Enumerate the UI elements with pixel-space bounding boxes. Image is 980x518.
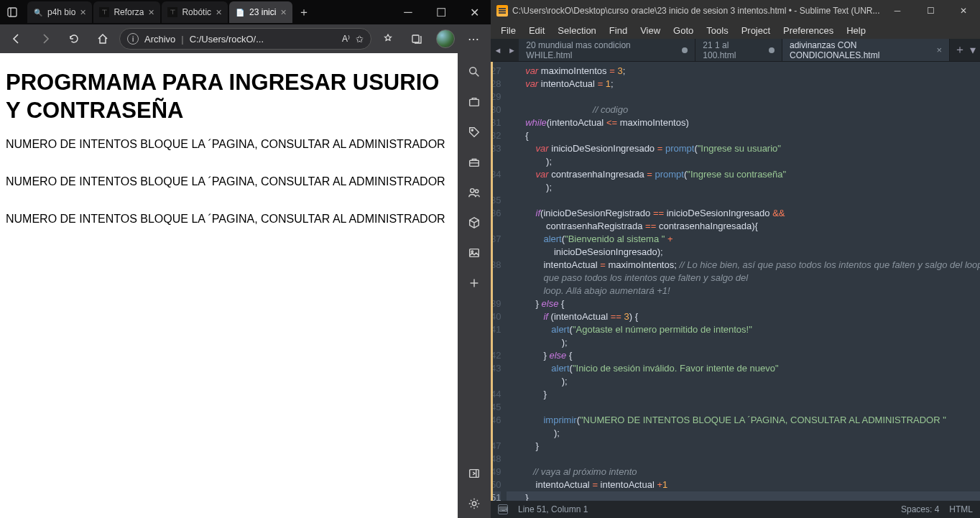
collections-button[interactable] xyxy=(405,27,429,50)
close-icon[interactable]: ✕ xyxy=(80,8,86,17)
sidebar-games-button[interactable] xyxy=(460,208,489,237)
tab-title: p4h bio xyxy=(47,7,75,17)
sublime-app-icon xyxy=(496,5,508,17)
menu-selection[interactable]: Selection xyxy=(552,24,601,37)
close-button[interactable]: ✕ xyxy=(947,0,980,22)
sidebar-add-button[interactable] xyxy=(460,269,489,297)
sublime-tabstrip: ◄ ► 20 mundiual mas condicion WHILE.html… xyxy=(491,39,980,62)
svg-point-6 xyxy=(471,129,473,131)
forward-button[interactable] xyxy=(33,27,57,50)
menu-find[interactable]: Find xyxy=(604,24,633,37)
arrow-left-icon xyxy=(11,33,22,45)
svg-rect-10 xyxy=(470,249,479,257)
menu-tools[interactable]: Tools xyxy=(701,24,734,37)
svg-line-4 xyxy=(476,73,479,77)
tab-title: adivinanzas CON CONDICIONALES.html xyxy=(790,40,930,60)
menu-file[interactable]: File xyxy=(495,24,522,37)
tabs-end-controls: ＋ ▾ xyxy=(950,39,980,61)
browser-tab-2[interactable]: 丅 Robótic ✕ xyxy=(162,1,228,23)
sidebar-people-button[interactable] xyxy=(460,178,489,207)
dirty-indicator-icon xyxy=(769,47,775,53)
menu-project[interactable]: Project xyxy=(736,24,776,37)
browser-tab-1[interactable]: 丅 Reforza ✕ xyxy=(93,1,160,23)
profile-button[interactable] xyxy=(433,27,458,50)
code-area[interactable]: var maximoIntentos = 3; var intentoActua… xyxy=(507,62,980,501)
editor-tab-2[interactable]: adivinanzas CON CONDICIONALES.html × xyxy=(782,39,950,61)
sidebar-settings-button[interactable] xyxy=(460,489,489,518)
menu-help[interactable]: Help xyxy=(841,24,872,37)
maximize-button[interactable]: ☐ xyxy=(914,0,947,22)
minimize-button[interactable]: ─ xyxy=(881,0,914,22)
line-number-gutter[interactable]: 2728293031323334353637383940414243444546… xyxy=(491,62,507,501)
site-info-icon[interactable]: i xyxy=(127,33,139,45)
briefcase-icon xyxy=(468,96,481,108)
minimize-button[interactable]: ─ xyxy=(392,0,425,24)
svg-rect-2 xyxy=(412,35,419,42)
close-icon[interactable]: ✕ xyxy=(148,8,154,17)
maximize-button[interactable]: ☐ xyxy=(425,0,458,24)
tabs-scroll-right[interactable]: ► xyxy=(505,39,519,61)
edge-body: PROGRMAMA PARA INGRESAR USURIO Y CONTRAS… xyxy=(0,53,491,518)
svg-rect-0 xyxy=(8,8,17,17)
edge-sidebar xyxy=(458,53,491,518)
collections-icon xyxy=(411,33,422,45)
favorites-button[interactable] xyxy=(376,27,400,50)
edge-titlebar: 🔍 p4h bio ✕ 丅 Reforza ✕ 丅 Robótic ✕ 📄 23… xyxy=(0,0,491,24)
home-icon xyxy=(97,33,108,45)
svg-point-16 xyxy=(472,501,476,505)
page-line-2: NUMERO DE INTENTOS BLOQUE LA ´PAGINA, CO… xyxy=(6,175,452,188)
gutter-modification-bar xyxy=(491,62,493,501)
console-icon[interactable]: ⌨ xyxy=(498,504,508,514)
status-position[interactable]: Line 51, Column 1 xyxy=(518,504,588,514)
tab-title: 21 1 al 100.html xyxy=(703,40,763,60)
new-tab-icon[interactable]: ＋ xyxy=(954,42,966,57)
read-aloud-icon[interactable]: A⁾ xyxy=(342,34,350,44)
close-button[interactable]: ✕ xyxy=(458,0,491,24)
tab-favicon-search-icon: 🔍 xyxy=(33,7,43,17)
editor-tab-0[interactable]: 20 mundiual mas condicion WHILE.html xyxy=(519,39,695,61)
browser-tab-0[interactable]: 🔍 p4h bio ✕ xyxy=(27,1,92,23)
sublime-titlebar[interactable]: C:\Users\rockO\Desktop\curso oracle\23 i… xyxy=(491,0,980,22)
browser-tab-3[interactable]: 📄 23 inici ✕ xyxy=(229,1,292,23)
menu-goto[interactable]: Goto xyxy=(667,24,699,37)
gear-icon xyxy=(468,497,481,510)
edge-tab-strip: 🔍 p4h bio ✕ 丅 Reforza ✕ 丅 Robótic ✕ 📄 23… xyxy=(24,0,392,24)
sidebar-search-button[interactable] xyxy=(460,57,489,86)
svg-point-8 xyxy=(471,189,474,193)
favorite-icon[interactable]: ✩ xyxy=(356,34,364,45)
edge-toolbar: i Archivo | C:/Users/rockO/... A⁾ ✩ ⋯ xyxy=(0,24,491,53)
sidebar-image-button[interactable] xyxy=(460,239,489,267)
address-url: C:/Users/rockO/... xyxy=(190,34,336,45)
tab-actions-button[interactable] xyxy=(0,0,24,24)
refresh-button[interactable] xyxy=(62,27,86,50)
star-list-icon xyxy=(382,33,394,45)
tabs-dropdown-icon[interactable]: ▾ xyxy=(970,43,976,57)
tab-title: Reforza xyxy=(114,7,144,17)
sidebar-coupons-button[interactable] xyxy=(460,118,489,147)
status-syntax[interactable]: HTML xyxy=(949,504,973,514)
page-line-1: NUMERO DE INTENTOS BLOQUE LA ´PAGINA, CO… xyxy=(6,138,452,151)
tab-title: 20 mundiual mas condicion WHILE.html xyxy=(526,40,676,60)
menu-edit[interactable]: Edit xyxy=(523,24,550,37)
close-icon[interactable]: × xyxy=(936,45,942,55)
status-spaces[interactable]: Spaces: 4 xyxy=(901,504,939,514)
back-button[interactable] xyxy=(4,27,29,50)
close-icon[interactable]: ✕ xyxy=(280,8,287,17)
sidebar-tools-button[interactable] xyxy=(460,148,489,177)
new-tab-button[interactable]: ＋ xyxy=(294,2,314,22)
editor-tab-1[interactable]: 21 1 al 100.html xyxy=(695,39,782,61)
tabs-scroll-left[interactable]: ◄ xyxy=(491,39,505,61)
sidebar-shopping-button[interactable] xyxy=(460,88,489,116)
menu-preferences[interactable]: Preferences xyxy=(777,24,839,37)
svg-point-9 xyxy=(475,190,478,193)
plus-icon xyxy=(468,277,481,290)
page-line-3: NUMERO DE INTENTOS BLOQUE LA ´PAGINA, CO… xyxy=(6,213,452,226)
image-icon xyxy=(468,246,481,259)
home-button[interactable] xyxy=(91,27,115,50)
close-icon[interactable]: ✕ xyxy=(216,8,222,17)
more-button[interactable]: ⋯ xyxy=(462,27,486,50)
sidebar-panel-button[interactable] xyxy=(460,459,489,488)
menu-view[interactable]: View xyxy=(634,24,666,37)
page-content: PROGRMAMA PARA INGRESAR USURIO Y CONTRAS… xyxy=(0,53,458,518)
address-bar[interactable]: i Archivo | C:/Users/rockO/... A⁾ ✩ xyxy=(119,28,371,50)
